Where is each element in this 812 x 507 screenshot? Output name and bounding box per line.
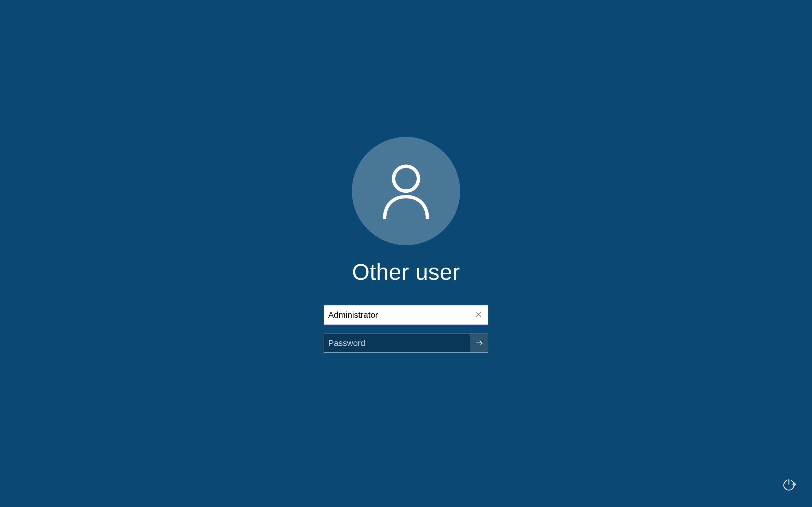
submit-login-button[interactable] — [470, 334, 488, 352]
password-input[interactable] — [324, 334, 470, 352]
login-title: Other user — [352, 259, 460, 285]
user-icon — [378, 159, 434, 223]
username-row — [324, 305, 488, 325]
login-panel: Other user — [324, 137, 488, 353]
power-icon — [782, 478, 796, 492]
login-form — [324, 305, 488, 353]
close-icon — [476, 311, 482, 320]
user-avatar — [352, 137, 460, 245]
arrow-right-icon — [474, 338, 484, 348]
password-row — [324, 334, 488, 353]
svg-point-0 — [394, 166, 418, 191]
clear-username-button[interactable] — [470, 306, 488, 324]
power-options-button[interactable] — [781, 477, 797, 493]
username-input[interactable] — [324, 306, 470, 324]
